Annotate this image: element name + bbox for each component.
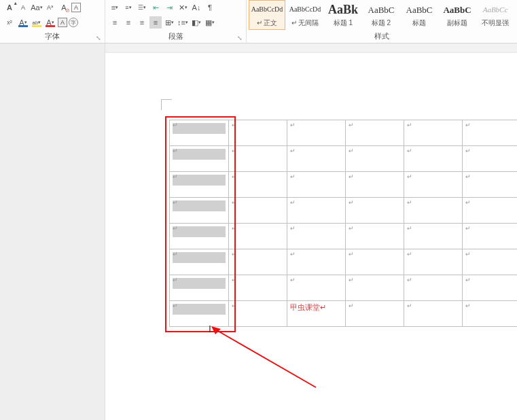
table-cell[interactable]: ↵ <box>404 120 463 146</box>
style-item-1[interactable]: AaBbCcDd↵ 无间隔 <box>287 0 323 30</box>
document-page[interactable]: ↵↵↵↵↵↵↵↵↵↵↵↵↵↵↵↵↵↵↵↵↵↵↵↵↵↵↵↵↵↵↵↵↵↵↵↵↵↵↵↵… <box>105 53 517 420</box>
table-row[interactable]: ↵↵↵↵↵↵ <box>170 120 518 146</box>
style-item-2[interactable]: AaBk标题 1 <box>325 0 361 30</box>
table-cell[interactable]: ↵ <box>170 172 229 198</box>
page-area[interactable]: ↵↵↵↵↵↵↵↵↵↵↵↵↵↵↵↵↵↵↵↵↵↵↵↵↵↵↵↵↵↵↵↵↵↵↵↵↵↵↵↵… <box>105 43 517 420</box>
distribute-button[interactable]: ⊞▾ <box>163 16 175 29</box>
table-cell[interactable]: ↵ <box>346 249 404 275</box>
subscript-button[interactable]: x² <box>3 16 16 29</box>
table-row[interactable]: ↵↵↵↵↵↵ <box>170 172 518 198</box>
clear-formatting-button[interactable]: A⊘ <box>58 1 70 14</box>
table-cell[interactable]: ↵ <box>346 224 404 249</box>
table-cell[interactable]: ↵ <box>463 146 518 172</box>
table-cell[interactable]: ↵ <box>404 146 463 172</box>
change-case-button[interactable]: Aa▾ <box>31 1 43 14</box>
align-left-button[interactable]: ≡ <box>109 16 121 29</box>
table-cell[interactable]: ↵ <box>287 146 346 172</box>
paragraph-dialog-launcher-icon[interactable]: ⤡ <box>237 35 244 41</box>
table-row[interactable]: ↵↵↵↵↵↵ <box>170 275 518 301</box>
table-cell[interactable]: ↵ <box>346 146 404 172</box>
table-cell[interactable]: ↵ <box>229 224 287 249</box>
table-cell[interactable]: ↵ <box>463 120 518 146</box>
paragraph-mark-icon: ↵ <box>232 302 237 309</box>
style-item-6[interactable]: AaBbCc不明显强 <box>477 0 514 30</box>
table-cell[interactable]: ↵ <box>229 249 287 275</box>
char-border-button[interactable]: A <box>71 3 81 12</box>
style-preview: AaBbCcDd <box>289 2 321 17</box>
table-cell[interactable]: ↵ <box>229 146 287 172</box>
table-cell[interactable]: ↵ <box>463 249 518 275</box>
table-cell[interactable]: ↵ <box>287 172 346 198</box>
table-row[interactable]: ↵↵甲虫课堂↵↵↵↵ <box>170 301 518 327</box>
document-table[interactable]: ↵↵↵↵↵↵↵↵↵↵↵↵↵↵↵↵↵↵↵↵↵↵↵↵↵↵↵↵↵↵↵↵↵↵↵↵↵↵↵↵… <box>169 120 517 327</box>
show-marks-button[interactable]: ¶ <box>204 1 216 14</box>
table-cell[interactable]: ↵ <box>463 301 518 327</box>
table-cell[interactable]: ↵ <box>404 198 463 224</box>
align-center-button[interactable]: ≡ <box>122 16 135 29</box>
table-cell[interactable]: ↵ <box>404 172 463 198</box>
decrease-indent-button[interactable]: ⇤ <box>149 1 162 14</box>
table-cell[interactable]: ↵ <box>463 172 518 198</box>
table-cell[interactable]: ↵ <box>170 301 229 327</box>
justify-button[interactable]: ≡ <box>149 16 162 29</box>
asian-layout-button[interactable]: ✕▾ <box>177 1 189 14</box>
table-cell[interactable]: ↵ <box>229 275 287 301</box>
table-row[interactable]: ↵↵↵↵↵↵ <box>170 146 518 172</box>
table-cell[interactable]: ↵ <box>346 172 404 198</box>
table-cell[interactable]: ↵ <box>229 172 287 198</box>
table-cell[interactable]: ↵ <box>287 224 346 249</box>
table-cell[interactable]: ↵ <box>463 275 518 301</box>
table-cell[interactable]: ↵ <box>229 120 287 146</box>
phonetic-guide-button[interactable]: Aᵃ <box>44 1 56 14</box>
char-shading-button[interactable]: A <box>58 18 67 27</box>
table-cell[interactable]: ↵ <box>346 275 404 301</box>
table-cell[interactable]: ↵ <box>170 198 229 224</box>
table-cell[interactable]: ↵ <box>287 275 346 301</box>
paragraph-mark-icon: ↵ <box>290 277 296 283</box>
table-cell[interactable]: ↵ <box>404 275 463 301</box>
table-row[interactable]: ↵↵↵↵↵↵ <box>170 224 518 249</box>
table-cell[interactable]: ↵ <box>170 146 229 172</box>
annotation-arrow <box>207 322 323 390</box>
font-color-button[interactable]: A▾ <box>17 16 29 29</box>
table-cell[interactable]: ↵ <box>170 275 229 301</box>
table-cell[interactable]: ↵ <box>170 120 229 146</box>
enclose-char-button[interactable]: 字 <box>69 18 78 27</box>
align-right-button[interactable]: ≡ <box>136 16 148 29</box>
style-item-0[interactable]: AaBbCcDd↵ 正文 <box>249 0 285 30</box>
table-row[interactable]: ↵↵↵↵↵↵ <box>170 249 518 275</box>
table-cell[interactable]: ↵ <box>404 224 463 249</box>
borders-button[interactable]: ▦▾ <box>204 16 216 29</box>
table-cell[interactable]: ↵ <box>170 249 229 275</box>
table-row[interactable]: ↵↵↵↵↵↵ <box>170 198 518 224</box>
font-dialog-launcher-icon[interactable]: ⤡ <box>96 35 103 41</box>
multilevel-button[interactable]: ☰▾ <box>136 1 148 14</box>
sort-button[interactable]: A↓ <box>190 1 202 14</box>
table-cell[interactable]: ↵ <box>346 198 404 224</box>
table-cell[interactable]: ↵ <box>404 249 463 275</box>
table-cell[interactable]: 甲虫课堂↵ <box>287 301 346 327</box>
highlight-button[interactable]: ab▾ <box>31 16 43 29</box>
table-cell[interactable]: ↵ <box>346 120 404 146</box>
bullets-button[interactable]: ≡▾ <box>109 1 121 14</box>
grow-font-icon[interactable]: A▴ <box>3 1 16 14</box>
table-cell[interactable]: ↵ <box>404 301 463 327</box>
numbering-button[interactable]: ≡▾ <box>122 1 135 14</box>
table-cell[interactable]: ↵ <box>346 301 404 327</box>
style-item-3[interactable]: AaBbC标题 2 <box>363 0 399 30</box>
table-cell[interactable]: ↵ <box>287 198 346 224</box>
shrink-font-button[interactable]: A <box>17 1 29 14</box>
table-cell[interactable]: ↵ <box>463 224 518 249</box>
table-cell[interactable]: ↵ <box>229 301 287 327</box>
font-color-2-button[interactable]: A▾ <box>44 16 56 29</box>
table-cell[interactable]: ↵ <box>229 198 287 224</box>
table-cell[interactable]: ↵ <box>170 224 229 249</box>
table-cell[interactable]: ↵ <box>287 249 346 275</box>
increase-indent-button[interactable]: ⇥ <box>163 1 175 14</box>
style-item-4[interactable]: AaBbC标题 <box>401 0 438 30</box>
table-cell[interactable]: ↵ <box>463 198 518 224</box>
table-cell[interactable]: ↵ <box>287 120 346 146</box>
style-item-5[interactable]: AaBbC副标题 <box>439 0 476 30</box>
shading-button[interactable]: ◧▾ <box>190 16 202 29</box>
line-spacing-button[interactable]: ↕≡▾ <box>177 16 189 29</box>
